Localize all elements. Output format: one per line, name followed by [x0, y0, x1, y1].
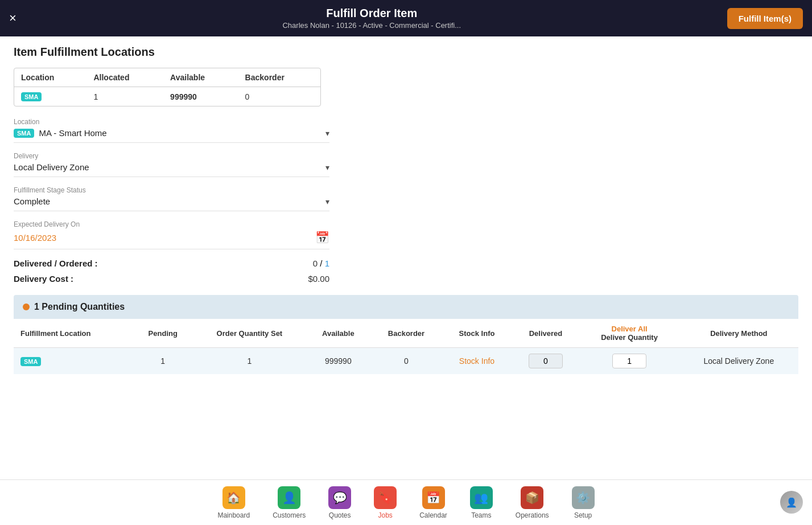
operations-icon: 📦	[521, 486, 543, 509]
pending-dot	[23, 303, 30, 310]
fulfillment-stage-value: Complete	[14, 196, 50, 206]
location-dropdown-arrow[interactable]: ▾	[325, 129, 329, 138]
nav-item-mainboard[interactable]: 🏠 Mainboard	[206, 482, 261, 524]
delivery-cost-label: Delivery Cost :	[14, 274, 73, 284]
nav-label-calendar: Calendar	[419, 511, 447, 519]
delivered-input[interactable]	[529, 354, 563, 368]
header-title-block: Fulfill Order Item Charles Nolan - 10126…	[17, 7, 727, 30]
deliver-all-label: Deliver All	[586, 325, 672, 333]
slash: /	[320, 259, 324, 268]
pt-available: 999990	[306, 348, 370, 375]
nav-label-teams: Teams	[471, 511, 491, 519]
col-available: Available	[163, 68, 238, 87]
delivery-cost-value: $0.00	[308, 274, 329, 284]
delivery-field: Delivery Local Delivery Zone ▾	[14, 152, 329, 177]
mainboard-icon: 🏠	[222, 486, 245, 509]
delivery-value: Local Delivery Zone	[14, 162, 89, 172]
avatar[interactable]: 👤	[780, 491, 803, 514]
calendar-icon[interactable]: 📅	[315, 231, 329, 244]
col-location: Location	[14, 68, 86, 87]
main-content: Item Fulfillment Locations Location Allo…	[0, 36, 812, 479]
th-delivered: Delivered	[512, 319, 580, 348]
delivered-ordered-value: 0 / 1	[313, 259, 329, 268]
expected-delivery-value: 10/16/2023	[14, 233, 56, 243]
th-available: Available	[306, 319, 370, 348]
pending-table-wrap: Fulfillment Location Pending Order Quant…	[14, 319, 798, 374]
col-allocated: Allocated	[86, 68, 163, 87]
close-button[interactable]: ×	[9, 11, 17, 26]
delivery-label: Delivery	[14, 152, 329, 160]
section-title: Item Fulfillment Locations	[14, 46, 798, 59]
th-order-quantity-set: Order Quantity Set	[193, 319, 306, 348]
location-badge-cell: SMA	[14, 87, 86, 106]
fulfillment-stage-label: Fulfillment Stage Status	[14, 186, 329, 194]
header: × Fulfill Order Item Charles Nolan - 101…	[0, 0, 812, 36]
expected-delivery-label: Expected Delivery On	[14, 220, 329, 228]
location-value: MA - Smart Home	[39, 128, 106, 138]
bottom-nav: 🏠 Mainboard 👤 Customers 💬 Quotes 🔖 Jobs …	[0, 479, 812, 525]
nav-label-operations: Operations	[516, 511, 549, 519]
th-deliver-quantity: Deliver All Deliver Quantity	[579, 319, 679, 348]
nav-item-operations[interactable]: 📦 Operations	[504, 482, 560, 524]
pending-header: 1 Pending Quantities	[14, 295, 798, 319]
location-label: Location	[14, 118, 329, 126]
backorder-cell: 0	[238, 87, 320, 106]
pt-delivered	[512, 348, 580, 375]
delivered-ordered-label: Delivered / Ordered :	[14, 259, 98, 268]
avatar-image: 👤	[780, 491, 803, 514]
pt-delivery-method: Local Delivery Zone	[679, 348, 798, 375]
nav-item-customers[interactable]: 👤 Customers	[261, 482, 317, 524]
th-backorder: Backorder	[370, 319, 442, 348]
location-field: Location SMA MA - Smart Home ▾	[14, 118, 329, 143]
delivered-ordered-row: Delivered / Ordered : 0 / 1	[14, 259, 329, 268]
th-fulfillment-location: Fulfillment Location	[14, 319, 133, 348]
fulfillment-dropdown-arrow[interactable]: ▾	[325, 197, 329, 206]
nav-label-mainboard: Mainboard	[217, 511, 250, 519]
pt-stock-info[interactable]: Stock Info	[442, 348, 512, 375]
fulfillment-stage-field: Fulfillment Stage Status Complete ▾	[14, 186, 329, 211]
stock-info-link[interactable]: Stock Info	[459, 356, 494, 366]
delivery-dropdown-arrow[interactable]: ▾	[325, 163, 329, 172]
pt-location-cell: SMA	[14, 348, 133, 375]
pt-sma-badge: SMA	[20, 357, 41, 366]
teams-icon: 👥	[470, 486, 493, 509]
pt-backorder: 0	[370, 348, 442, 375]
pt-order-qty-set: 1	[193, 348, 306, 375]
location-sma-badge: SMA	[14, 129, 34, 138]
nav-label-customers: Customers	[273, 511, 306, 519]
fulfill-items-button[interactable]: Fulfill Item(s)	[727, 8, 803, 29]
sma-badge: SMA	[21, 92, 42, 101]
nav-item-setup[interactable]: ⚙️ Setup	[560, 482, 606, 524]
delivered-num: 0	[313, 259, 318, 268]
deliver-quantity-input[interactable]	[612, 354, 646, 368]
quotes-icon: 💬	[328, 486, 351, 509]
nav-item-teams[interactable]: 👥 Teams	[459, 482, 504, 524]
header-subtitle: Charles Nolan - 10126 - Active - Commerc…	[17, 21, 727, 30]
deliver-quantity-label: Deliver Quantity	[586, 333, 672, 342]
pending-table: Fulfillment Location Pending Order Quant…	[14, 319, 798, 374]
nav-label-jobs: Jobs	[378, 511, 392, 519]
fulfillment-locations-table: Location Allocated Available Backorder S…	[14, 68, 321, 106]
ordered-num: 1	[325, 259, 329, 268]
customers-icon: 👤	[278, 486, 300, 509]
pt-deliver-qty[interactable]	[579, 348, 679, 375]
pending-table-row: SMA 1 1 999990 0 Stock Info	[14, 348, 798, 375]
nav-item-calendar[interactable]: 📅 Calendar	[408, 482, 459, 524]
pending-title: 1 Pending Quantities	[34, 302, 125, 312]
nav-item-jobs[interactable]: 🔖 Jobs	[362, 482, 408, 524]
nav-label-setup: Setup	[574, 511, 592, 519]
th-pending: Pending	[133, 319, 193, 348]
nav-item-quotes[interactable]: 💬 Quotes	[317, 482, 362, 524]
available-cell: 999990	[163, 87, 238, 106]
col-backorder: Backorder	[238, 68, 320, 87]
table-row: SMA 1 999990 0	[14, 87, 320, 106]
th-delivery-method: Delivery Method	[679, 319, 798, 348]
pending-section: 1 Pending Quantities Fulfillment Locatio…	[14, 295, 798, 374]
expected-delivery-field: Expected Delivery On 10/16/2023 📅	[14, 220, 329, 249]
nav-label-quotes: Quotes	[329, 511, 351, 519]
setup-icon: ⚙️	[572, 486, 595, 509]
pt-pending: 1	[133, 348, 193, 375]
allocated-cell: 1	[86, 87, 163, 106]
th-stock-info: Stock Info	[442, 319, 512, 348]
page-title: Fulfill Order Item	[17, 7, 727, 20]
